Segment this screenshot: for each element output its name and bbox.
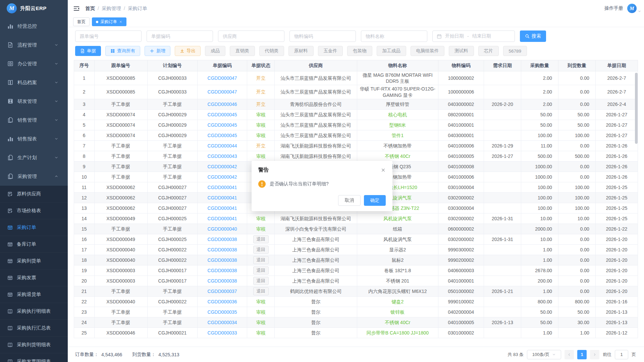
doc-code-link[interactable]: CGDD000041 <box>208 185 237 190</box>
material-name-link[interactable]: 镀锌板 <box>390 309 405 315</box>
material-name-link[interactable]: 键盘2 <box>391 299 404 304</box>
avatar[interactable]: M <box>627 4 637 13</box>
close-icon[interactable] <box>381 168 386 173</box>
sidebar-item-sales-report[interactable]: 销售报表 <box>0 129 68 148</box>
material-code-input[interactable] <box>289 31 356 42</box>
sidebar-item-sales[interactable]: 销售管理 <box>0 111 68 129</box>
material-name-input[interactable] <box>361 31 427 42</box>
breadcrumb-item[interactable]: 采购订单 <box>128 5 147 12</box>
doc-code-link[interactable]: CGDD000047 <box>208 89 237 95</box>
doc-code-link[interactable]: CGDD000045 <box>208 122 237 128</box>
page-size-select[interactable]: 100条/页 <box>527 350 561 359</box>
sidebar-item-market-price[interactable]: 市场价格表 <box>0 202 68 219</box>
doc-code-link[interactable]: CGDD000045 <box>208 133 237 138</box>
export-button[interactable]: 导出 <box>175 46 201 56</box>
doc-code-link[interactable]: CGDD000042 <box>208 164 237 169</box>
vertical-scrollbar[interactable] <box>635 73 638 144</box>
search-button[interactable]: 搜索 <box>520 31 546 42</box>
track-no-input[interactable] <box>75 31 142 42</box>
doc-code-link[interactable]: CGDD000041 <box>208 205 237 211</box>
doc-code-link[interactable]: CGDD000040 <box>208 226 237 232</box>
doc-code-link[interactable]: CGDD000036 <box>208 299 237 304</box>
category-chip[interactable]: 包装物 <box>347 46 372 56</box>
prev-page-button[interactable] <box>565 350 574 359</box>
collapse-sidebar-icon[interactable] <box>73 6 80 11</box>
doc-code-link[interactable]: CGDD000038 <box>208 278 237 284</box>
doc-code-link[interactable]: CGDD000035 <box>208 309 237 315</box>
category-chip[interactable]: 成品 <box>205 46 225 56</box>
doc-code-link[interactable]: CGDD000038 <box>208 257 237 263</box>
sidebar-item-stock-order[interactable]: 备库订单 <box>0 236 68 253</box>
doc-code-link[interactable]: CGDD000043 <box>208 154 237 159</box>
category-chip[interactable]: 加工成品 <box>377 46 406 56</box>
document-button[interactable]: 单据 <box>75 46 101 56</box>
add-button[interactable]: 新增 <box>145 46 170 56</box>
material-name-link[interactable]: 核心电机 <box>388 112 407 117</box>
sidebar-item-purchase-exec-detail[interactable]: 采购执行明细表 <box>0 303 68 320</box>
material-name-link[interactable]: 型钢6米 <box>389 122 406 128</box>
category-chip[interactable]: 原材料 <box>288 46 314 56</box>
doc-code-link[interactable]: CGDD000038 <box>208 247 237 252</box>
sidebar-item-materials-archive[interactable]: 料品档案 <box>0 73 68 92</box>
sidebar-item-process[interactable]: 流程管理 <box>0 36 68 54</box>
cell-no: 7 <box>74 140 95 151</box>
sidebar-item-production-plan[interactable]: 生产计划 <box>0 148 68 167</box>
material-name-link[interactable]: 管件1 <box>391 133 404 138</box>
date-range-picker[interactable]: 开始日期 - 结束日期 <box>432 31 515 42</box>
tab-home[interactable]: 首页 <box>73 17 90 26</box>
confirm-button[interactable]: 确定 <box>364 195 386 206</box>
category-chip[interactable]: 芯片 <box>478 46 499 56</box>
category-chip[interactable]: 直销类 <box>230 46 255 56</box>
breadcrumb-item[interactable]: 首页 <box>85 5 95 12</box>
sidebar-item-raw-supplier[interactable]: 原料供应商 <box>0 186 68 202</box>
supplier-input[interactable] <box>218 31 284 42</box>
material-name-link[interactable]: 风机旋涡气泵 <box>383 216 412 221</box>
cell-mcode: 0406000003 <box>438 265 484 276</box>
category-chip[interactable]: 56789 <box>503 46 527 56</box>
query-all-button[interactable]: 查询所有 <box>105 46 140 56</box>
category-chip[interactable]: 测试料 <box>449 46 474 56</box>
current-page[interactable]: 1 <box>577 350 587 359</box>
chevron-down-icon[interactable] <box>638 9 641 13</box>
sidebar-item-purchase[interactable]: 采购管理 <box>0 167 68 186</box>
sidebar-item-office[interactable]: 办公管理 <box>0 54 68 73</box>
sidebar-item-purchase-invoice[interactable]: 采购发票 <box>0 269 68 286</box>
doc-code-link[interactable]: CGDD000033 <box>208 330 237 336</box>
breadcrumb-item[interactable]: 采购管理 <box>102 5 121 12</box>
sidebar-item-dashboard[interactable]: 经营总控 <box>0 17 68 36</box>
doc-code-link[interactable]: CGDD000038 <box>208 237 237 242</box>
sidebar-item-purchase-exec-summary[interactable]: 采购执行汇总表 <box>0 320 68 337</box>
sidebar-item-rd[interactable]: 研发管理 <box>0 92 68 111</box>
doc-code-link[interactable]: CGDD000041 <box>208 216 237 221</box>
doc-code-link[interactable]: CGDD000045 <box>208 112 237 117</box>
material-name-link[interactable]: 不锈钢 40Cr <box>385 320 410 325</box>
sidebar-item-purchase-invoice-detail[interactable]: 采购发票明细表 <box>0 353 68 362</box>
doc-code-link[interactable]: CGDD000034 <box>208 320 237 325</box>
cell-track: XSDD000062 <box>94 182 147 192</box>
doc-code-link[interactable]: CGDD000047 <box>208 75 237 81</box>
cell-need_date <box>484 71 521 85</box>
next-page-button[interactable] <box>590 350 599 359</box>
manual-link[interactable]: 操作手册 <box>604 5 623 11</box>
sidebar-item-purchase-return[interactable]: 采购退货单 <box>0 286 68 303</box>
sidebar-item-purchase-order[interactable]: 采购订单 <box>0 219 68 236</box>
doc-code-link[interactable]: CGDD000046 <box>208 102 237 107</box>
cell-need_date <box>484 109 521 120</box>
doc-code-link[interactable]: CGDD000042 <box>208 174 237 180</box>
cancel-button[interactable]: 取消 <box>338 195 361 206</box>
material-name-link[interactable]: 同步带带B CA=1800 JJ=1800 <box>367 330 429 336</box>
sidebar-item-purchase-arrival[interactable]: 采购到货单 <box>0 253 68 269</box>
close-icon[interactable] <box>119 20 122 23</box>
material-name-link[interactable]: 不锈钢 40Cr <box>385 154 410 159</box>
doc-code-link[interactable]: CGDD000037 <box>208 289 237 294</box>
doc-code-input[interactable] <box>147 31 213 42</box>
sidebar-item-purchase-arrival-detail[interactable]: 采购到货明细表 <box>0 337 68 353</box>
category-chip[interactable]: 电脑组装件 <box>411 46 445 56</box>
category-chip[interactable]: 代销类 <box>259 46 284 56</box>
category-chip[interactable]: 五金件 <box>318 46 343 56</box>
doc-code-link[interactable]: CGDD000041 <box>208 195 237 200</box>
doc-code-link[interactable]: CGDD000044 <box>208 143 237 148</box>
doc-code-link[interactable]: CGDD000038 <box>208 268 237 273</box>
tab-purchase-order[interactable]: 采购订单 <box>92 17 126 26</box>
goto-page-input[interactable] <box>615 350 628 359</box>
